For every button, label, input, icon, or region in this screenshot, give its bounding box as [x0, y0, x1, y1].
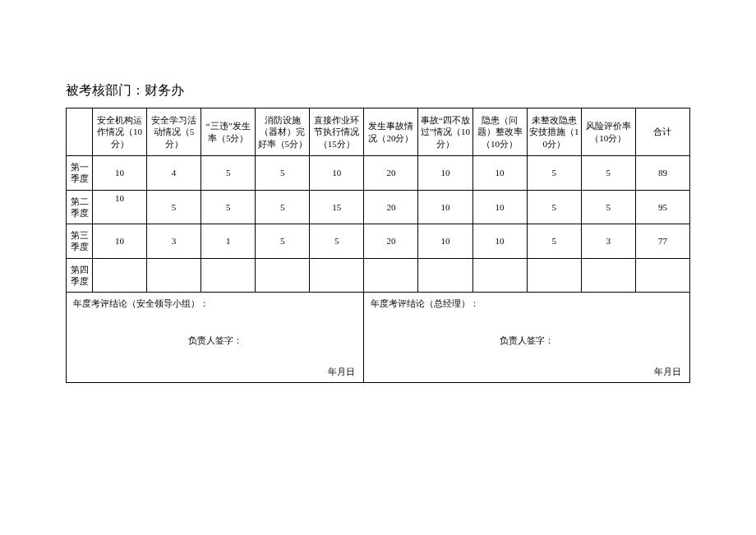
header-c3: “三违”发生率（5分）: [201, 108, 256, 156]
cell-q3-c4: 5: [256, 224, 310, 259]
cell-q2-c1: 10: [93, 190, 147, 224]
conclusion-row: 年度考评结论（安全领导小组）： 负责人签字： 年月日 年度考评结论（总经理）： …: [67, 293, 690, 383]
cell-q3-c1: 10: [93, 224, 147, 259]
cell-q3-c11: 77: [635, 224, 689, 259]
cell-q4-c4: [256, 258, 310, 293]
header-blank: [67, 108, 93, 156]
table-row: 第一季度 10 4 5 5 10 20 10 10 5 5 89: [67, 156, 690, 191]
conclusion-right: 年度考评结论（总经理）： 负责人签字： 年月日: [364, 293, 690, 383]
assessment-table: 安全机构运作情况（10分） 安全学习活动情况（5分） “三违”发生率（5分） 消…: [66, 108, 690, 383]
header-c7: 事故“四不放过”情况（10分）: [418, 108, 472, 156]
cell-q1-c8: 10: [472, 156, 527, 191]
cell-q3-c10: 3: [581, 224, 635, 259]
header-c6: 发生事故情况（20分）: [364, 108, 418, 156]
conclusion-left-date: 年月日: [328, 366, 355, 377]
cell-q1-c1: 10: [93, 156, 147, 191]
header-c2: 安全学习活动情况（5分）: [147, 108, 201, 156]
conclusion-left-signer: 负责人签字：: [73, 334, 357, 346]
cell-q4-c5: [310, 258, 364, 293]
row-label-q4: 第四季度: [67, 258, 93, 293]
page-title: 被考核部门：财务办: [66, 82, 690, 99]
cell-q2-c7: 10: [418, 190, 472, 224]
cell-q4-c2: [147, 258, 201, 293]
cell-q4-c1: [93, 258, 147, 293]
table-row: 第三季度 10 3 1 5 5 20 10 10 5 3 77: [67, 224, 690, 259]
cell-q1-c5: 10: [310, 156, 364, 191]
cell-q4-c9: [527, 258, 581, 293]
cell-q3-c3: 1: [201, 224, 256, 259]
cell-q4-c6: [364, 258, 418, 293]
cell-q4-c8: [472, 258, 527, 293]
cell-q4-c11: [635, 258, 689, 293]
cell-q2-c4: 5: [256, 190, 310, 224]
cell-q2-c11: 95: [635, 190, 689, 224]
cell-q1-c7: 10: [418, 156, 472, 191]
row-label-q3: 第三季度: [67, 224, 93, 259]
cell-q3-c6: 20: [364, 224, 418, 259]
header-c10: 风险评价率（10分）: [581, 108, 635, 156]
header-c4: 消防设施（器材）完好率（5分）: [256, 108, 310, 156]
row-label-q1: 第一季度: [67, 156, 93, 191]
cell-q1-c2: 4: [147, 156, 201, 191]
cell-q2-c6: 20: [364, 190, 418, 224]
cell-q3-c8: 10: [472, 224, 527, 259]
cell-q3-c9: 5: [527, 224, 581, 259]
cell-q2-c5: 15: [310, 190, 364, 224]
cell-q1-c10: 5: [581, 156, 635, 191]
cell-q2-c9: 5: [527, 190, 581, 224]
cell-q4-c7: [418, 258, 472, 293]
table-row: 第二季度 10 5 5 5 15 20 10 10 5 5 95: [67, 190, 690, 224]
cell-q4-c10: [581, 258, 635, 293]
cell-q4-c3: [201, 258, 256, 293]
header-c9: 未整改隐患安技措施（10分）: [527, 108, 581, 156]
cell-q3-c7: 10: [418, 224, 472, 259]
table-row: 第四季度: [67, 258, 690, 293]
header-c1: 安全机构运作情况（10分）: [93, 108, 147, 156]
conclusion-left-label: 年度考评结论（安全领导小组）：: [73, 297, 357, 309]
cell-q2-c2: 5: [147, 190, 201, 224]
conclusion-right-label: 年度考评结论（总经理）：: [371, 297, 683, 309]
conclusion-right-signer: 负责人签字：: [371, 334, 683, 346]
cell-q1-c4: 5: [256, 156, 310, 191]
cell-q1-c6: 20: [364, 156, 418, 191]
cell-q2-c8: 10: [472, 190, 527, 224]
header-c8: 隐患（问题）整改率（10分）: [472, 108, 527, 156]
cell-q2-c3: 5: [201, 190, 256, 224]
cell-q3-c5: 5: [310, 224, 364, 259]
cell-q3-c2: 3: [147, 224, 201, 259]
header-c11: 合计: [635, 108, 689, 156]
cell-q1-c3: 5: [201, 156, 256, 191]
row-label-q2: 第二季度: [67, 190, 93, 224]
header-row: 安全机构运作情况（10分） 安全学习活动情况（5分） “三违”发生率（5分） 消…: [67, 108, 690, 156]
conclusion-right-date: 年月日: [654, 366, 681, 377]
cell-q2-c10: 5: [581, 190, 635, 224]
cell-q1-c9: 5: [527, 156, 581, 191]
conclusion-left: 年度考评结论（安全领导小组）： 负责人签字： 年月日: [67, 293, 364, 383]
cell-q1-c11: 89: [635, 156, 689, 191]
header-c5: 直接作业环节执行情况（15分）: [310, 108, 364, 156]
